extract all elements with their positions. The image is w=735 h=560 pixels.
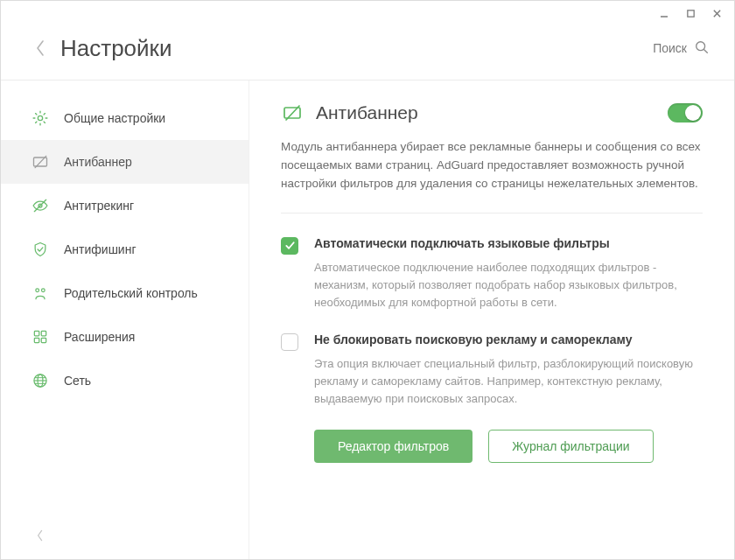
svg-point-11 [36, 289, 39, 292]
svg-rect-15 [34, 338, 38, 342]
gear-icon [31, 108, 50, 128]
back-button[interactable] [31, 38, 50, 58]
sidebar-footer [1, 526, 248, 559]
sidebar-item-label: Антитрекинг [64, 199, 134, 213]
sidebar-item-label: Антибаннер [64, 155, 132, 169]
close-button[interactable] [704, 4, 729, 22]
page-title: Настройки [60, 35, 172, 62]
sidebar-item-antitracking[interactable]: Антитрекинг [1, 184, 248, 228]
checkbox[interactable] [281, 333, 298, 351]
titlebar [1, 1, 734, 25]
svg-line-5 [704, 49, 708, 52]
sidebar-item-label: Сеть [64, 374, 91, 388]
sidebar: Общие настройки Антибаннер Антитрекинг А… [1, 80, 249, 559]
filter-editor-button[interactable]: Редактор фильтров [314, 430, 472, 463]
body: Общие настройки Антибаннер Антитрекинг А… [1, 80, 734, 559]
option-title: Не блокировать поисковую рекламу и самор… [314, 332, 703, 346]
search-button[interactable]: Поиск [653, 39, 710, 58]
svg-point-6 [38, 116, 42, 120]
search-label: Поиск [653, 41, 687, 55]
collapse-sidebar-button[interactable] [31, 526, 50, 545]
sidebar-item-network[interactable]: Сеть [1, 359, 248, 402]
sidebar-item-label: Общие настройки [64, 111, 165, 125]
header: Настройки Поиск [1, 25, 734, 80]
extensions-icon [31, 327, 50, 346]
parental-icon [31, 284, 50, 303]
sidebar-item-label: Расширения [64, 330, 135, 344]
svg-rect-13 [34, 331, 38, 335]
sidebar-item-antiphishing[interactable]: Антифишинг [1, 228, 248, 271]
svg-rect-14 [41, 331, 46, 335]
svg-rect-1 [687, 10, 693, 16]
option-auto-language-filters: Автоматически подключать языковые фильтр… [281, 236, 703, 312]
sidebar-item-antibanner[interactable]: Антибаннер [1, 140, 248, 184]
section-description: Модуль антибаннера убирает все рекламные… [281, 138, 703, 193]
option-description: Эта опция включает специальный фильтр, р… [314, 355, 703, 408]
section-title: Антибаннер [316, 102, 418, 123]
content: Антибаннер Модуль антибаннера убирает вс… [249, 80, 734, 559]
option-description: Автоматическое подключение наиболее подх… [314, 259, 703, 312]
enable-toggle[interactable] [668, 103, 703, 122]
antibanner-icon [281, 102, 304, 124]
svg-rect-16 [41, 338, 46, 342]
minimize-button[interactable] [652, 4, 676, 22]
search-icon [694, 39, 710, 58]
antibanner-icon [31, 152, 50, 172]
option-title: Автоматически подключать языковые фильтр… [314, 236, 703, 250]
content-separator [281, 213, 703, 214]
sidebar-item-parental[interactable]: Родительский контроль [1, 271, 248, 315]
sidebar-item-extensions[interactable]: Расширения [1, 315, 248, 359]
eye-slash-icon [31, 196, 50, 215]
globe-icon [31, 371, 50, 390]
option-dont-block-search-ads: Не блокировать поисковую рекламу и самор… [281, 332, 703, 408]
sidebar-item-general[interactable]: Общие настройки [1, 96, 248, 140]
button-row: Редактор фильтров Журнал фильтрации [281, 430, 703, 463]
shield-check-icon [31, 240, 50, 259]
svg-point-12 [42, 289, 46, 292]
sidebar-item-label: Родительский контроль [64, 286, 198, 300]
maximize-button[interactable] [678, 4, 703, 22]
filter-log-button[interactable]: Журнал фильтрации [488, 430, 653, 463]
app-window: Настройки Поиск Общие настройки Антибанн… [0, 0, 735, 560]
section-header: Антибаннер [281, 102, 703, 124]
svg-point-4 [696, 41, 705, 50]
sidebar-item-label: Антифишинг [64, 242, 136, 256]
checkbox[interactable] [281, 237, 298, 255]
